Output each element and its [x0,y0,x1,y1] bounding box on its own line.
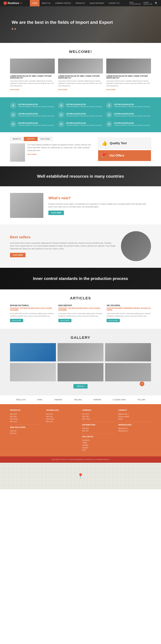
hot-offers-box[interactable]: 🚩 Hot Offers [98,150,151,161]
dot-2[interactable] [14,28,16,30]
nav-company[interactable]: Company Profile [53,0,73,6]
gallery-item-6[interactable] [105,363,151,382]
tab-benefits[interactable]: BENEFITS [10,137,24,141]
feature-3-title: VESTIBULUM MOLESTIE [114,104,150,106]
feature-6-icon: ⚙ [106,112,112,118]
footer-link[interactable]: Item Four [46,420,79,423]
partners-section: TrolleyS KPRC tabiosk ARLONS HARFRS CLAS… [0,395,161,404]
footer-link: Warehouse 2 [118,430,151,432]
nav-contact[interactable]: Contact Us [106,0,122,6]
footer-link[interactable]: Item One [46,413,79,415]
footer-link[interactable]: Item One [10,413,43,415]
best-sellers-btn[interactable]: CLICK HERE [10,253,26,257]
footer-col-technology: TECHNOLOGY Item One Item Two Item Three … [46,409,79,452]
hero-title: We are the best in the fields of Import … [12,20,113,25]
welcome-card-2-link[interactable]: READ MORE [58,89,67,90]
gallery-add-icon[interactable]: + [140,382,144,386]
support-read-more[interactable]: READ MORE → [27,154,95,155]
footer-link[interactable]: Sub Two [82,430,115,432]
partner-7: TALLINN [137,399,145,401]
feature-1-title: VESTIBULUM MOLESTIE [18,104,54,106]
gallery-item-1[interactable] [10,343,56,362]
logo-text: Dustinus [8,2,19,5]
welcome-card-3-body: Lorem ipsum dolor sit amet, consetetur a… [106,80,151,87]
nav-home[interactable]: Home [30,0,40,6]
footer-col-distribution-title: DISTRIBUTION [82,424,115,426]
articles-title: ARTICLES [10,296,151,300]
phone-info: Phone+00 000 000 000 [129,2,141,5]
dot-1[interactable] [12,28,13,30]
nav-products[interactable]: Products [73,0,87,6]
feature-2-title: VESTIBULUM MOLESTIE [66,104,102,106]
footer-link[interactable]: Sub One [10,430,43,432]
welcome-card-1: LOREM IPSUM DOLOR SIT AMET, CONSE CTETUE… [10,58,55,91]
footer-link[interactable]: Item Three [46,418,79,420]
footer-link[interactable]: Item Three [10,418,43,420]
best-sellers-section: Best sellers Lorem ipsum dolor sit amet,… [0,224,161,268]
footer-link[interactable]: Item Three [82,418,115,420]
footer-link[interactable]: Item Two [46,415,79,418]
whats-new-btn[interactable]: CLICK HERE [48,210,64,215]
best-sellers-title: Best sellers [10,235,116,239]
gallery-view-all-btn[interactable]: VIEW ALL [73,384,88,388]
search-icon[interactable]: 🔍 [155,2,158,4]
feature-4-desc: Praesent vestibulum molestie lacus aenea… [18,115,54,117]
gallery-section: GALLERY VIEW ALL + [0,329,161,395]
footer-link[interactable]: Sub One [82,427,115,430]
welcome-title: WELCOME! [10,50,151,54]
footer-social-rss[interactable]: RSS [82,449,115,452]
logo-co: Co [20,2,22,4]
footer-social-twitter[interactable]: Twitter [82,442,115,444]
article-2-body: Lorem ipsum dolor sit amet, consectetuer… [58,312,103,317]
support-body: Cum sociis natoque penatibus et magnis d… [27,143,95,152]
article-1-btn[interactable]: READ MORE [10,319,23,322]
footer-link[interactable]: Sub Two [10,432,43,434]
hot-offers-label: Hot Offers [110,154,124,157]
footer-link[interactable]: Email [118,418,151,420]
feature-1-desc: Praesent vestibulum molestie lacus aenea… [18,106,54,108]
tab-support[interactable]: SUPPORT [24,137,38,141]
gallery-title: GALLERY [10,336,151,340]
feature-7-desc: Praesent vestibulum molestie lacus aenea… [18,124,54,126]
feature-1: ⚙ VESTIBULUM MOLESTIEPraesent vestibulum… [10,102,55,108]
footer-link[interactable]: Item One [82,413,115,415]
article-3-subtitle: AEREAN NONUMMY HENDRERIT MAURS. IN AUELL… [107,307,151,311]
feature-2: ⚙ VESTIBULUM MOLESTIEPraesent vestibulum… [58,102,103,108]
article-2-subtitle: PRAESENT VESTIBULUM MOLESTIE LACUS ACEAN… [58,307,103,311]
welcome-card-1-link[interactable]: READ MORE [10,89,19,90]
gallery-item-2[interactable] [58,343,103,362]
welcome-card-3-link[interactable]: READ MORE [106,89,115,90]
nav-about[interactable]: About Us [40,0,53,6]
production-banner: Inner control standards in the productio… [0,268,161,290]
nav-sales[interactable]: Sales Network [87,0,106,6]
features-section: ⚙ VESTIBULUM MOLESTIEPraesent vestibulum… [0,97,161,132]
article-3-btn[interactable]: READ MORE [107,319,120,322]
gallery-item-3[interactable] [105,343,151,362]
whats-new-title: What's new? [48,196,151,200]
footer-col-contact: CONTACT Address line 1 Phone number Emai… [118,409,151,452]
banner-1-text: Well established resources in many count… [37,174,124,179]
footer-social-facebook[interactable]: Facebook [82,439,115,442]
partner-5: HARFRS [94,399,101,401]
welcome-image-2 [58,58,103,74]
partner-3: tabiosk [54,399,62,401]
feature-8-title: VESTIBULUM MOLESTIE [66,122,102,124]
footer-link[interactable]: Item Four [10,420,43,423]
banner-1: Well established resources in many count… [0,166,161,186]
footer-link[interactable]: Item Two [10,415,43,418]
quality-test-box[interactable]: 👍 Quality Test [98,138,151,149]
whats-new-image [10,193,43,218]
logo[interactable]: D Dustinus Co [3,1,22,5]
footer-social-google[interactable]: Google+ [82,446,115,449]
feature-9: ⚙ VESTIBULUM MOLESTIEPraesent vestibulum… [106,121,151,127]
best-sellers-image [121,231,151,261]
map-pin-icon: 📍 [77,473,84,479]
gallery-item-5[interactable] [58,363,103,382]
footer-social-linkedin[interactable]: LinkedIn [82,444,115,446]
feature-1-icon: ⚙ [10,102,16,108]
tab-solutions[interactable]: SOLUTIONS [38,137,53,141]
article-2-btn[interactable]: READ MORE [58,319,71,322]
support-content-area: Cum sociis natoque penatibus et magnis d… [10,143,95,162]
footer-link[interactable]: Item Two [82,415,115,418]
gallery-item-4[interactable] [10,363,56,382]
